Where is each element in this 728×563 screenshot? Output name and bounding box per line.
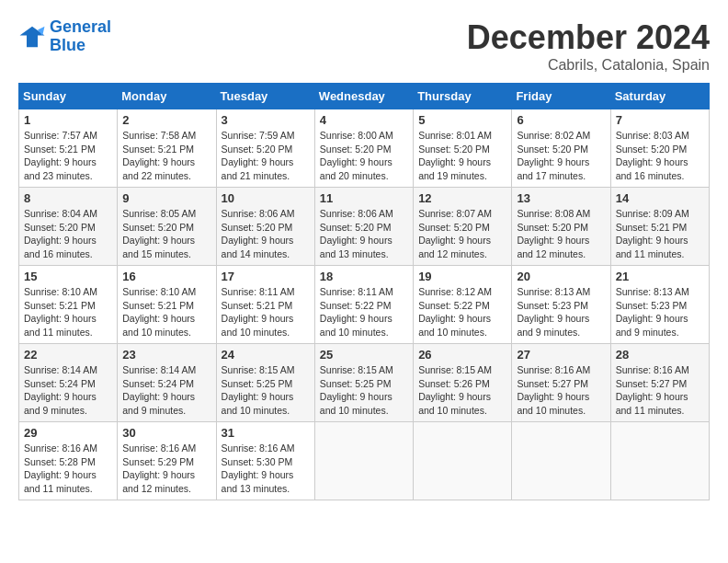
cell-info: Sunrise: 7:58 AMSunset: 5:21 PMDaylight:… [122, 130, 196, 181]
day-number: 3 [222, 113, 310, 127]
calendar-cell: 20 Sunrise: 8:13 AMSunset: 5:23 PMDaylig… [512, 266, 610, 344]
calendar-cell: 25 Sunrise: 8:15 AMSunset: 5:25 PMDaylig… [314, 344, 413, 422]
calendar-cell: 9 Sunrise: 8:05 AMSunset: 5:20 PMDayligh… [118, 188, 216, 266]
day-number: 18 [320, 270, 408, 283]
cell-info: Sunrise: 8:09 AMSunset: 5:21 PMDaylight:… [616, 208, 689, 259]
day-number: 16 [122, 270, 210, 283]
cell-info: Sunrise: 8:04 AMSunset: 5:20 PMDaylight:… [24, 208, 97, 259]
day-number: 28 [616, 348, 704, 362]
cell-info: Sunrise: 8:05 AMSunset: 5:20 PMDaylight:… [122, 208, 196, 259]
day-number: 7 [616, 113, 704, 127]
header-tuesday: Tuesday [216, 84, 314, 109]
header-friday: Friday [512, 84, 610, 109]
cell-info: Sunrise: 8:10 AMSunset: 5:21 PMDaylight:… [24, 286, 97, 338]
cell-info: Sunrise: 8:16 AMSunset: 5:27 PMDaylight:… [517, 364, 590, 416]
calendar-cell: 2 Sunrise: 7:58 AMSunset: 5:21 PMDayligh… [118, 109, 216, 188]
day-number: 10 [222, 191, 310, 205]
day-number: 21 [616, 270, 704, 283]
day-number: 31 [222, 426, 310, 440]
day-number: 26 [418, 348, 506, 362]
calendar-cell: 13 Sunrise: 8:08 AMSunset: 5:20 PMDaylig… [512, 188, 610, 266]
calendar-cell: 19 Sunrise: 8:12 AMSunset: 5:22 PMDaylig… [414, 266, 512, 344]
day-number: 19 [418, 270, 506, 283]
day-number: 27 [517, 348, 605, 362]
cell-info: Sunrise: 8:11 AMSunset: 5:21 PMDaylight:… [222, 286, 295, 338]
calendar-cell: 4 Sunrise: 8:00 AMSunset: 5:20 PMDayligh… [314, 109, 413, 188]
week-row-4: 22 Sunrise: 8:14 AMSunset: 5:24 PMDaylig… [19, 344, 710, 422]
header-monday: Monday [118, 84, 216, 109]
logo-text: General Blue [50, 18, 111, 55]
week-row-3: 15 Sunrise: 8:10 AMSunset: 5:21 PMDaylig… [19, 266, 710, 344]
day-number: 5 [418, 113, 506, 127]
cell-info: Sunrise: 8:14 AMSunset: 5:24 PMDaylight:… [24, 364, 97, 416]
cell-info: Sunrise: 7:59 AMSunset: 5:20 PMDaylight:… [222, 130, 295, 181]
day-number: 11 [320, 191, 408, 205]
cell-info: Sunrise: 8:15 AMSunset: 5:26 PMDaylight:… [418, 364, 492, 416]
week-row-2: 8 Sunrise: 8:04 AMSunset: 5:20 PMDayligh… [19, 188, 710, 266]
day-number: 4 [320, 113, 408, 127]
header-saturday: Saturday [610, 84, 709, 109]
title-block: December 2024 Cabrils, Catalonia, Spain [467, 18, 710, 74]
calendar-cell: 29 Sunrise: 8:16 AMSunset: 5:28 PMDaylig… [19, 422, 118, 500]
day-number: 23 [122, 348, 210, 362]
cell-info: Sunrise: 8:16 AMSunset: 5:29 PMDaylight:… [122, 442, 196, 494]
cell-info: Sunrise: 8:01 AMSunset: 5:20 PMDaylight:… [418, 130, 492, 181]
calendar-cell: 31 Sunrise: 8:16 AMSunset: 5:30 PMDaylig… [216, 422, 314, 500]
cell-info: Sunrise: 8:10 AMSunset: 5:21 PMDaylight:… [122, 286, 196, 338]
location-subtitle: Cabrils, Catalonia, Spain [467, 57, 710, 74]
day-number: 20 [517, 270, 605, 283]
day-number: 24 [222, 348, 310, 362]
day-number: 17 [222, 270, 310, 283]
day-number: 14 [616, 191, 704, 205]
calendar-table: SundayMondayTuesdayWednesdayThursdayFrid… [18, 83, 710, 500]
calendar-cell: 3 Sunrise: 7:59 AMSunset: 5:20 PMDayligh… [216, 109, 314, 188]
day-number: 22 [24, 348, 112, 362]
calendar-cell: 26 Sunrise: 8:15 AMSunset: 5:26 PMDaylig… [414, 344, 512, 422]
day-number: 25 [320, 348, 408, 362]
calendar-cell: 27 Sunrise: 8:16 AMSunset: 5:27 PMDaylig… [512, 344, 610, 422]
calendar-cell: 18 Sunrise: 8:11 AMSunset: 5:22 PMDaylig… [314, 266, 413, 344]
day-number: 8 [24, 191, 112, 205]
cell-info: Sunrise: 7:57 AMSunset: 5:21 PMDaylight:… [24, 130, 97, 181]
logo: General Blue [18, 18, 111, 55]
calendar-cell: 30 Sunrise: 8:16 AMSunset: 5:29 PMDaylig… [118, 422, 216, 500]
calendar-cell: 5 Sunrise: 8:01 AMSunset: 5:20 PMDayligh… [414, 109, 512, 188]
day-number: 15 [24, 270, 112, 283]
header-thursday: Thursday [414, 84, 512, 109]
cell-info: Sunrise: 8:15 AMSunset: 5:25 PMDaylight:… [222, 364, 295, 416]
calendar-cell: 12 Sunrise: 8:07 AMSunset: 5:20 PMDaylig… [414, 188, 512, 266]
calendar-cell: 16 Sunrise: 8:10 AMSunset: 5:21 PMDaylig… [118, 266, 216, 344]
day-number: 6 [517, 113, 605, 127]
calendar-cell: 28 Sunrise: 8:16 AMSunset: 5:27 PMDaylig… [610, 344, 709, 422]
calendar-cell: 1 Sunrise: 7:57 AMSunset: 5:21 PMDayligh… [19, 109, 118, 188]
cell-info: Sunrise: 8:16 AMSunset: 5:27 PMDaylight:… [616, 364, 689, 416]
calendar-cell: 24 Sunrise: 8:15 AMSunset: 5:25 PMDaylig… [216, 344, 314, 422]
cell-info: Sunrise: 8:11 AMSunset: 5:22 PMDaylight:… [320, 286, 393, 338]
cell-info: Sunrise: 8:07 AMSunset: 5:20 PMDaylight:… [418, 208, 492, 259]
cell-info: Sunrise: 8:02 AMSunset: 5:20 PMDaylight:… [517, 130, 590, 181]
cell-info: Sunrise: 8:03 AMSunset: 5:20 PMDaylight:… [616, 130, 689, 181]
cell-info: Sunrise: 8:00 AMSunset: 5:20 PMDaylight:… [320, 130, 393, 181]
calendar-cell: 6 Sunrise: 8:02 AMSunset: 5:20 PMDayligh… [512, 109, 610, 188]
cell-info: Sunrise: 8:14 AMSunset: 5:24 PMDaylight:… [122, 364, 196, 416]
cell-info: Sunrise: 8:13 AMSunset: 5:23 PMDaylight:… [616, 286, 689, 338]
calendar-cell: 21 Sunrise: 8:13 AMSunset: 5:23 PMDaylig… [610, 266, 709, 344]
calendar-cell: 8 Sunrise: 8:04 AMSunset: 5:20 PMDayligh… [19, 188, 118, 266]
week-row-1: 1 Sunrise: 7:57 AMSunset: 5:21 PMDayligh… [19, 109, 710, 188]
calendar-cell: 10 Sunrise: 8:06 AMSunset: 5:20 PMDaylig… [216, 188, 314, 266]
day-number: 2 [122, 113, 210, 127]
calendar-cell: 11 Sunrise: 8:06 AMSunset: 5:20 PMDaylig… [314, 188, 413, 266]
header-sunday: Sunday [19, 84, 118, 109]
cell-info: Sunrise: 8:16 AMSunset: 5:28 PMDaylight:… [24, 442, 97, 494]
day-number: 1 [24, 113, 112, 127]
calendar-cell: 7 Sunrise: 8:03 AMSunset: 5:20 PMDayligh… [610, 109, 709, 188]
cell-info: Sunrise: 8:15 AMSunset: 5:25 PMDaylight:… [320, 364, 393, 416]
cell-info: Sunrise: 8:08 AMSunset: 5:20 PMDaylight:… [517, 208, 590, 259]
calendar-cell [414, 422, 512, 500]
page-header: General Blue December 2024 Cabrils, Cata… [18, 18, 710, 74]
calendar-cell [610, 422, 709, 500]
calendar-cell: 15 Sunrise: 8:10 AMSunset: 5:21 PMDaylig… [19, 266, 118, 344]
calendar-cell: 23 Sunrise: 8:14 AMSunset: 5:24 PMDaylig… [118, 344, 216, 422]
calendar-cell [512, 422, 610, 500]
header-wednesday: Wednesday [314, 84, 413, 109]
